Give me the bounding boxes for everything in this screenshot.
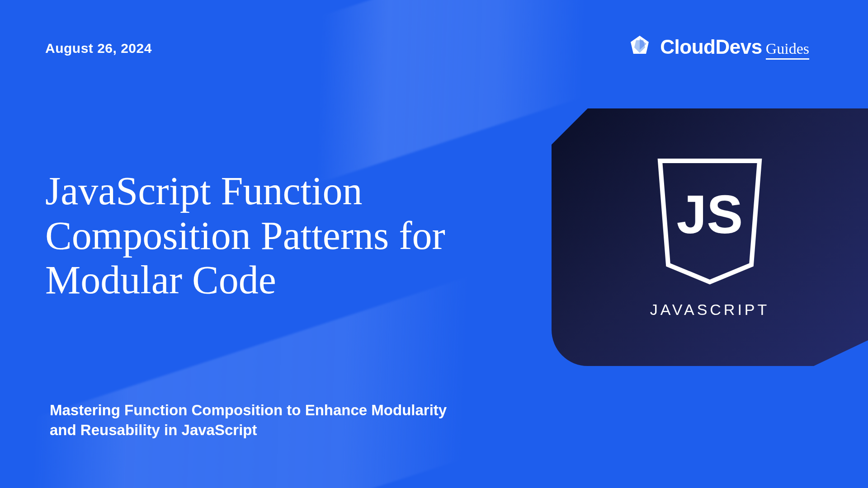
brand-name: CloudDevs [660, 36, 762, 58]
page-subtitle: Mastering Function Composition to Enhanc… [50, 400, 466, 441]
clouddevs-logo-icon [626, 34, 653, 61]
brand-suffix: Guides [766, 40, 809, 60]
brand-logo-area: CloudDevs Guides [626, 34, 809, 61]
page-title: JavaScript Function Composition Patterns… [45, 169, 475, 303]
brand-text: CloudDevs Guides [660, 36, 809, 60]
content-wrapper: August 26, 2024 CloudDevs Guides JavaScr… [0, 0, 868, 488]
